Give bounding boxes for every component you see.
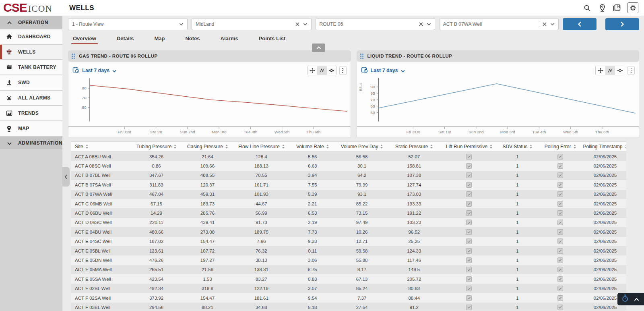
table-row[interactable]: ACT A 08BU Well354.2621.64128.45.5656.58…: [71, 152, 626, 161]
table-row[interactable]: ACT B 07WA Well467.04459.31101.935.3993.…: [71, 190, 626, 199]
filter-select-1[interactable]: MidLand: [192, 18, 311, 30]
table-row[interactable]: ACT A 08SC Well0.86109.66188.136.6330.11…: [71, 161, 626, 170]
tab-alarms[interactable]: Alarms: [220, 35, 239, 45]
horizontal-pan-icon[interactable]: [615, 66, 625, 75]
checkbox-checked-icon: [557, 267, 563, 272]
refresh-widget: [617, 293, 644, 305]
tab-details[interactable]: Details: [116, 35, 135, 45]
pan-tool-icon[interactable]: [308, 66, 317, 75]
svg-text:60: 60: [82, 105, 87, 110]
checkbox-checked-icon: [557, 276, 563, 282]
expand-up-icon[interactable]: [634, 296, 639, 303]
drag-handle-icon[interactable]: [360, 54, 363, 59]
column-header-sdv-status[interactable]: SDV Status: [499, 144, 537, 149]
table-row[interactable]: ACT E 05MA Well265.5121.56138.318.758.17…: [71, 265, 626, 274]
table-row[interactable]: ACT C 06MB Well67.15183.7344.672.2185.22…: [71, 199, 626, 208]
gas-trend-chart[interactable]: 607080Fri 31stSat 1stSun 2ndMon 3rdTue 4…: [68, 77, 351, 136]
date-range-picker[interactable]: Last 7 days: [361, 66, 405, 75]
sidebar-item-dashboard[interactable]: DASHBOARD: [0, 29, 62, 44]
table-row[interactable]: ACT E 04BU Well480.66273.08189.757.7310.…: [71, 227, 626, 236]
sidebar-item-wells[interactable]: WELLS: [0, 45, 62, 59]
svg-text:80: 80: [370, 91, 375, 95]
liquid-trend-chart[interactable]: 5060708090BBLsFri 31stSat 1stSun 2ndMon …: [357, 77, 639, 136]
previous-well-button[interactable]: [563, 18, 597, 30]
sidebar-section-operation[interactable]: OPERATION: [0, 16, 62, 29]
column-header-flow-line-pressure[interactable]: Flow Line Pressure: [233, 144, 290, 149]
collapse-panels-button[interactable]: [312, 44, 325, 52]
tab-map[interactable]: Map: [153, 35, 165, 45]
svg-text:60: 60: [370, 104, 375, 108]
library-icon[interactable]: [613, 4, 621, 12]
table-row[interactable]: ACT F 02BL Well492.34319.8122.193.0785.2…: [71, 284, 626, 293]
column-header-polling-error[interactable]: Polling Error: [536, 144, 584, 149]
chart-menu-icon[interactable]: [627, 66, 635, 75]
wellhead-icon: [6, 49, 12, 56]
svg-text:Tue 4th: Tue 4th: [244, 130, 258, 134]
svg-text:80: 80: [82, 86, 87, 90]
filter-select-3[interactable]: ACT B 07WA Well: [439, 18, 559, 30]
sort-icon: [625, 145, 627, 149]
table-row[interactable]: ACT D 06SC Well220.11439.4191.732.1997.4…: [71, 218, 626, 227]
chevron-down-icon: [550, 23, 555, 26]
svg-text:Wed 5th: Wed 5th: [275, 130, 289, 134]
sidebar-section-administration[interactable]: ADMINISTRATION: [0, 137, 62, 149]
svg-text:Fri 31st: Fri 31st: [118, 130, 132, 134]
tab-overview[interactable]: Overview: [72, 35, 97, 45]
checkbox-checked-icon: [466, 267, 472, 272]
column-header-tubing-pressure[interactable]: Tubing Pressure: [131, 144, 182, 149]
column-header-site[interactable]: Site: [71, 144, 131, 149]
column-header-polling-timestamp[interactable]: Polling Timestamp: [584, 144, 626, 149]
table-row[interactable]: ACT B 07SA Well311.83120.37161.717.5579.…: [71, 180, 626, 189]
checkbox-checked-icon: [557, 248, 563, 254]
table-row[interactable]: ACT F 02SA Well373.92154.47181.619.547.3…: [71, 293, 626, 303]
column-header-casing-pressure[interactable]: Casing Pressure: [182, 144, 233, 149]
clear-icon[interactable]: [295, 22, 299, 26]
horizontal-pan-icon[interactable]: [327, 66, 336, 75]
sidebar-item-swd[interactable]: SWD: [0, 75, 62, 90]
next-well-button[interactable]: [605, 18, 639, 30]
date-range-picker[interactable]: Last 7 days: [72, 66, 116, 75]
svg-text:70: 70: [370, 97, 375, 102]
sidebar-item-all-alarms[interactable]: ALL ALARMS: [0, 91, 62, 105]
sidebar-item-trends[interactable]: TRENDS: [0, 106, 62, 120]
svg-text:Sat 1st: Sat 1st: [438, 130, 451, 134]
svg-text:Sun 2nd: Sun 2nd: [180, 130, 195, 134]
search-icon[interactable]: [583, 4, 592, 12]
column-header-lift-run-permissive[interactable]: Lift Run Permissive: [440, 144, 498, 149]
table-row[interactable]: ACT E 04SC Well187.02154.477.669.3312.71…: [71, 237, 626, 246]
table-row[interactable]: ACT E 05DN Well476.26197.2738.133.0655.8…: [71, 255, 626, 265]
tab-points-list[interactable]: Points List: [258, 35, 286, 45]
location-icon[interactable]: [598, 4, 607, 12]
liquid-trend-panel: LIQUID TREND - ROUTE 06 ROLLUP Last 7 da…: [357, 50, 640, 137]
sort-icon: [430, 145, 433, 149]
table-row[interactable]: ACT D 06BU Well14.29285.7656.996.5373.15…: [71, 208, 626, 218]
sidebar-item-map[interactable]: MAP: [0, 121, 62, 136]
filter-select-0[interactable]: 1 - Route View: [68, 18, 188, 30]
settings-icon[interactable]: [627, 2, 638, 13]
pan-tool-icon[interactable]: [596, 66, 605, 75]
trend-tool-icon[interactable]: [317, 66, 327, 75]
table-row[interactable]: ACT F 03BL Well294.5688.2134.685.1827.54…: [71, 303, 626, 311]
column-header-volume-rate[interactable]: Volume Rate: [290, 144, 335, 149]
clear-icon[interactable]: [419, 22, 423, 26]
clear-icon[interactable]: [543, 22, 547, 26]
checkbox-checked-icon: [557, 210, 563, 216]
filter-select-2[interactable]: ROUTE 06: [316, 18, 435, 30]
table-row[interactable]: ACT E 05BL Well123.61107.7276.320.1159.5…: [71, 246, 626, 255]
auto-refresh-timer-icon[interactable]: [621, 294, 629, 304]
sidebar-collapse-handle[interactable]: [62, 167, 70, 187]
chart-menu-icon[interactable]: [339, 66, 347, 75]
range-label: Last 7 days: [371, 68, 398, 73]
sidebar-item-tank-battery[interactable]: TANK BATTERY: [0, 60, 62, 75]
checkbox-checked-icon: [557, 305, 563, 310]
table-row[interactable]: ACT B 07BL Well347.67488.5578.553.9464.2…: [71, 171, 626, 180]
table-row[interactable]: ACT E 05SA Well423.541.5383.270.8367.132…: [71, 274, 626, 284]
column-header-static-pressure[interactable]: Static Pressure: [388, 144, 440, 149]
drag-handle-icon[interactable]: [72, 54, 75, 59]
trend-tool-icon[interactable]: [605, 66, 615, 75]
column-header-volume-prev-day[interactable]: Volume Prev Day: [335, 144, 388, 149]
svg-text:Sat 1st: Sat 1st: [150, 130, 163, 134]
tab-notes[interactable]: Notes: [184, 35, 200, 45]
chevron-down-icon: [179, 23, 184, 26]
checkbox-checked-icon: [466, 248, 472, 254]
